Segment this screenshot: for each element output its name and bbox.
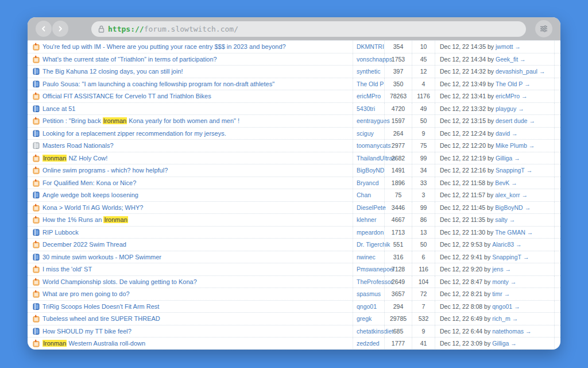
thread-row[interactable]: 30 minute swim workouts - MOP Swimmer nw… xyxy=(28,251,560,263)
thread-author-link[interactable]: eentraygues xyxy=(353,115,384,127)
thread-author-link[interactable]: synthetic xyxy=(353,66,384,78)
thread-title-link[interactable]: Masters Road Nationals? xyxy=(42,142,353,149)
thread-author-link[interactable]: TheProfessor xyxy=(353,276,384,288)
thread-lastposter-link[interactable]: playguy xyxy=(496,105,516,112)
goto-lastpost-arrow-icon[interactable]: → xyxy=(504,290,510,297)
goto-lastpost-arrow-icon[interactable]: → xyxy=(525,328,532,335)
thread-lastposter-link[interactable]: ericMPro xyxy=(496,93,520,99)
goto-lastpost-arrow-icon[interactable]: → xyxy=(514,155,520,162)
thread-author-link[interactable]: zedzded xyxy=(353,338,384,349)
url-bar[interactable]: https://forum.slowtwitch.com/ xyxy=(91,21,526,37)
goto-lastpost-arrow-icon[interactable]: → xyxy=(521,191,528,198)
thread-author-link[interactable]: ThailandUltras xyxy=(353,152,384,164)
thread-author-link[interactable]: klehner xyxy=(353,214,384,226)
thread-row[interactable]: You're fed up with IM - Where are you pu… xyxy=(28,40,560,53)
thread-title-link[interactable]: Kona > World Tri AG Worlds; WHY? xyxy=(42,204,353,211)
thread-title-link[interactable]: World Championship slots. De valuing get… xyxy=(42,278,353,285)
thread-author-link[interactable]: BigBoyND xyxy=(353,164,384,177)
thread-row[interactable]: Angle wedge bolt keeps loosening Chan 75… xyxy=(28,189,560,201)
thread-lastposter-link[interactable]: BigBoyND xyxy=(495,204,523,211)
thread-title-link[interactable]: TriRig Scoops Holes Doesn't Fit Arm Rest xyxy=(42,303,353,310)
thread-lastposter-link[interactable]: SnappingT xyxy=(492,254,521,260)
thread-title-link[interactable]: December 2022 Swim Thread xyxy=(42,241,353,248)
goto-lastpost-arrow-icon[interactable]: → xyxy=(510,340,517,347)
thread-lastposter-link[interactable]: Gilliga xyxy=(496,155,512,162)
thread-title-link[interactable]: Petition : "Bring back Ironman Kona year… xyxy=(42,117,353,124)
thread-title-link[interactable]: What are pro men going to do? xyxy=(42,290,353,297)
thread-author-link[interactable]: chetatkinsdiet xyxy=(353,325,384,338)
thread-lastposter-link[interactable]: qngo01 xyxy=(492,303,512,310)
thread-row[interactable]: Ironman Western Australia roll-down zedz… xyxy=(28,337,560,350)
goto-lastpost-arrow-icon[interactable]: → xyxy=(524,80,531,87)
thread-title-link[interactable]: For Qualified Men: Kona or Nice? xyxy=(42,179,353,186)
thread-lastposter-link[interactable]: monty xyxy=(492,278,509,285)
thread-row[interactable]: I miss the 'old' ST Pmswanepoel 7128 116… xyxy=(28,263,560,275)
thread-author-link[interactable]: toomanycats xyxy=(353,140,384,152)
thread-row[interactable]: For Qualified Men: Kona or Nice? Bryancd… xyxy=(28,177,560,189)
goto-lastpost-arrow-icon[interactable]: → xyxy=(505,266,511,273)
thread-title-link[interactable]: What's the current state of “Triathlon” … xyxy=(42,56,353,63)
thread-row[interactable]: Kona > World Tri AG Worlds; WHY? DieselP… xyxy=(28,201,560,214)
goto-lastpost-arrow-icon[interactable]: → xyxy=(521,93,528,99)
thread-lastposter-link[interactable]: jens xyxy=(492,266,503,273)
thread-lastposter-link[interactable]: BevK xyxy=(495,179,509,186)
thread-author-link[interactable]: The Old P xyxy=(353,78,384,90)
goto-lastpost-arrow-icon[interactable]: → xyxy=(509,216,516,223)
thread-row[interactable]: Online swim programs - which? how helpfu… xyxy=(28,164,560,177)
thread-title-link[interactable]: How SHOULD my TT bike feel? xyxy=(42,328,353,335)
thread-lastposter-link[interactable]: Mike Plumb xyxy=(496,142,527,149)
thread-row[interactable]: TriRig Scoops Holes Doesn't Fit Arm Rest… xyxy=(28,300,560,313)
thread-title-link[interactable]: Official FIT ASSISTANCE for Cervelo TT a… xyxy=(42,93,353,99)
thread-title-link[interactable]: Angle wedge bolt keeps loosening xyxy=(42,191,353,198)
thread-title-link[interactable]: RIP Lubbock xyxy=(42,229,353,236)
thread-row[interactable]: Ironman NZ Holy Cow! ThailandUltras 2682… xyxy=(28,152,560,164)
thread-lastposter-link[interactable]: timr xyxy=(492,290,502,297)
thread-lastposter-link[interactable]: The Old P xyxy=(496,80,523,87)
goto-lastpost-arrow-icon[interactable]: → xyxy=(518,105,524,112)
thread-row[interactable]: How the 1% Runs an Ironman klehner 4667 … xyxy=(28,213,560,226)
thread-title-link[interactable]: Tubeless wheel and tire SUPER THREAD xyxy=(42,315,353,322)
thread-author-link[interactable]: mpeardon xyxy=(353,227,384,239)
goto-lastpost-arrow-icon[interactable]: → xyxy=(514,303,520,310)
thread-row[interactable]: What's the current state of “Triathlon” … xyxy=(28,53,560,66)
thread-lastposter-link[interactable]: salty xyxy=(495,216,508,223)
thread-author-link[interactable]: 5430tri xyxy=(353,103,384,115)
thread-title-link[interactable]: 30 minute swim workouts - MOP Swimmer xyxy=(42,254,353,260)
thread-author-link[interactable]: sciguy xyxy=(353,128,384,140)
thread-lastposter-link[interactable]: The GMAN xyxy=(495,229,525,236)
goto-lastpost-arrow-icon[interactable]: → xyxy=(516,241,522,248)
thread-title-link[interactable]: How the 1% Runs an Ironman xyxy=(42,216,353,223)
thread-row[interactable]: Official FIT ASSISTANCE for Cervelo TT a… xyxy=(28,90,560,102)
thread-title-link[interactable]: Ironman NZ Holy Cow! xyxy=(42,155,353,162)
thread-author-link[interactable]: spasmus xyxy=(353,288,384,300)
thread-lastposter-link[interactable]: Alaric83 xyxy=(492,241,514,248)
thread-author-link[interactable]: Bryancd xyxy=(353,177,384,189)
thread-lastposter-link[interactable]: david xyxy=(496,130,510,137)
thread-row[interactable]: RIP Lubbock mpeardon 1713 13 Dec 12, 22 … xyxy=(28,226,560,239)
goto-lastpost-arrow-icon[interactable]: → xyxy=(539,68,546,75)
thread-title-link[interactable]: Online swim programs - which? how helpfu… xyxy=(42,167,353,174)
thread-row[interactable]: How SHOULD my TT bike feel? chetatkinsdi… xyxy=(28,325,560,338)
thread-row[interactable]: Looking for a replacement zipper recomme… xyxy=(28,127,560,140)
goto-lastpost-arrow-icon[interactable]: → xyxy=(525,204,531,211)
thread-row[interactable]: Masters Road Nationals? toomanycats 2977… xyxy=(28,139,560,152)
thread-row[interactable]: Tubeless wheel and tire SUPER THREAD gre… xyxy=(28,312,560,325)
thread-title-link[interactable]: Paulo Sousa: "I am launching a coaching … xyxy=(42,80,353,87)
goto-lastpost-arrow-icon[interactable]: → xyxy=(527,167,533,174)
thread-author-link[interactable]: nwinec xyxy=(353,251,384,263)
forward-button[interactable] xyxy=(52,21,68,37)
thread-row[interactable]: World Championship slots. De valuing get… xyxy=(28,275,560,288)
thread-title-link[interactable]: Lance at 51 xyxy=(42,105,353,112)
goto-lastpost-arrow-icon[interactable]: → xyxy=(523,254,529,260)
goto-lastpost-arrow-icon[interactable]: → xyxy=(520,56,526,63)
thread-lastposter-link[interactable]: natethomas xyxy=(492,328,524,335)
thread-author-link[interactable]: DKMNTRI xyxy=(353,41,384,53)
goto-lastpost-arrow-icon[interactable]: → xyxy=(514,43,521,50)
thread-row[interactable]: December 2022 Swim Thread Dr. Tigerchik … xyxy=(28,238,560,251)
thread-author-link[interactable]: qngo01 xyxy=(353,301,384,313)
thread-author-link[interactable]: ericMPro xyxy=(353,90,384,102)
thread-title-link[interactable]: You're fed up with IM - Where are you pu… xyxy=(42,43,353,50)
thread-title-link[interactable]: The Big Kahuna 12 closing days, you can … xyxy=(42,68,353,75)
thread-author-link[interactable]: vonschnapps xyxy=(353,53,384,66)
thread-lastposter-link[interactable]: rich_m xyxy=(492,315,510,322)
